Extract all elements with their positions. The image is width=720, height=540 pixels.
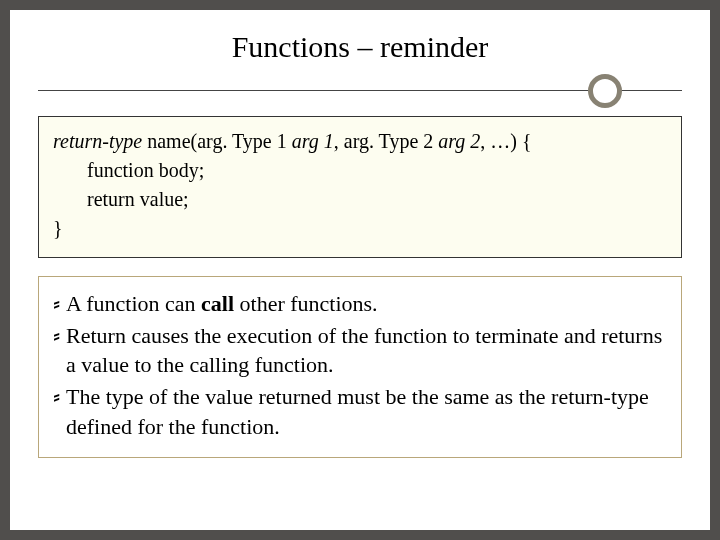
horizontal-rule: [38, 90, 682, 91]
return-type-token: return-type: [53, 130, 142, 152]
text-bold: call: [201, 291, 234, 316]
text-frag: A function can: [66, 291, 201, 316]
bullet-box: ⸗ A function can call other functions. ⸗…: [38, 276, 682, 458]
bullet-icon: ⸗: [53, 289, 60, 319]
code-line-1: return-type name(arg. Type 1 arg 1, arg.…: [53, 127, 667, 156]
ring-icon: [588, 74, 622, 108]
arg2-token: arg 2: [438, 130, 480, 152]
bullet-icon: ⸗: [53, 321, 60, 351]
list-item: ⸗ The type of the value returned must be…: [53, 382, 667, 441]
code-line-4: }: [53, 214, 667, 243]
bullet-text: A function can call other functions.: [66, 289, 667, 319]
code-line-3: return value;: [53, 185, 667, 214]
code-text: , …) {: [480, 130, 531, 152]
arg1-token: arg 1: [292, 130, 334, 152]
list-item: ⸗ A function can call other functions.: [53, 289, 667, 319]
code-text: , arg. Type 2: [334, 130, 439, 152]
text-frag: other functions.: [234, 291, 378, 316]
title-divider: [38, 72, 682, 108]
code-syntax-box: return-type name(arg. Type 1 arg 1, arg.…: [38, 116, 682, 258]
bullet-icon: ⸗: [53, 382, 60, 412]
slide: Functions – reminder return-type name(ar…: [10, 10, 710, 530]
bullet-text: The type of the value returned must be t…: [66, 382, 667, 441]
list-item: ⸗ Return causes the execution of the fun…: [53, 321, 667, 380]
slide-title: Functions – reminder: [38, 30, 682, 64]
code-text: name(arg. Type 1: [142, 130, 291, 152]
bullet-text: Return causes the execution of the funct…: [66, 321, 667, 380]
code-line-2: function body;: [53, 156, 667, 185]
